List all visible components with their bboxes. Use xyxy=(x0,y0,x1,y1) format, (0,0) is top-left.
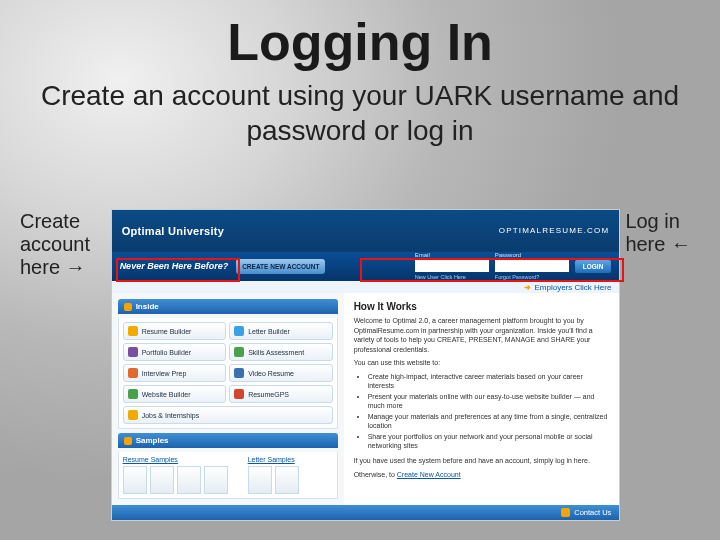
highlight-create-account xyxy=(116,258,240,282)
employers-link[interactable]: Employers Click Here xyxy=(534,283,611,292)
feature-item: Present your materials online with our e… xyxy=(368,392,610,410)
tool-resumegps[interactable]: ResumeGPS xyxy=(229,385,333,403)
list-intro: You can use this website to: xyxy=(354,358,610,367)
arrow-icon: ➜ xyxy=(524,283,531,292)
otherwise-note: Otherwise, to Create New Account xyxy=(354,470,610,479)
samples-panel: Resume Samples Letter Samples xyxy=(118,452,338,499)
existing-user-note: If you have used the system before and h… xyxy=(354,456,610,465)
left-column: Inside Resume BuilderLetter BuilderPortf… xyxy=(112,293,344,505)
tools-grid: Resume BuilderLetter BuilderPortfolio Bu… xyxy=(118,318,338,429)
tool-interview-prep[interactable]: Interview Prep xyxy=(123,364,227,382)
intro-paragraph: Welcome to Optimal 2.0, a career managem… xyxy=(354,316,610,354)
slide-title: Logging In xyxy=(0,0,720,72)
site-name: Optimal University xyxy=(122,225,225,237)
how-it-works-heading: How It Works xyxy=(354,301,610,312)
content-row: Create account here → Optimal University… xyxy=(20,210,710,520)
tool-skills-assessment[interactable]: Skills Assessment xyxy=(229,343,333,361)
letter-samples-link[interactable]: Letter Samples xyxy=(248,456,299,463)
resume-samples-link[interactable]: Resume Samples xyxy=(123,456,228,463)
highlight-login xyxy=(360,258,624,282)
tool-resume-builder[interactable]: Resume Builder xyxy=(123,322,227,340)
site-brand: OPTIMALRESUME.COM xyxy=(499,226,610,235)
tool-jobs-internships[interactable]: Jobs & Internships xyxy=(123,406,333,424)
contact-bar[interactable]: Contact Us xyxy=(112,505,620,520)
tool-letter-builder[interactable]: Letter Builder xyxy=(229,322,333,340)
tool-video-resume[interactable]: Video Resume xyxy=(229,364,333,382)
tool-website-builder[interactable]: Website Builder xyxy=(123,385,227,403)
tool-portfolio-builder[interactable]: Portfolio Builder xyxy=(123,343,227,361)
site-banner: Optimal University OPTIMALRESUME.COM xyxy=(112,210,620,252)
feature-item: Create high-impact, interactive career m… xyxy=(368,372,610,390)
right-column: How It Works Welcome to Optimal 2.0, a c… xyxy=(344,293,620,505)
create-account-button[interactable]: CREATE NEW ACCOUNT xyxy=(236,259,325,274)
slide: Logging In Create an account using your … xyxy=(0,0,720,540)
slide-subtitle: Create an account using your UARK userna… xyxy=(40,78,680,148)
create-new-account-link[interactable]: Create New Account xyxy=(397,471,461,478)
login-here-label: Log in here ← xyxy=(625,210,710,256)
feature-item: Share your portfolios on your network an… xyxy=(368,432,610,450)
screenshot: Optimal University OPTIMALRESUME.COM Nev… xyxy=(112,210,620,520)
screenshot-body: Inside Resume BuilderLetter BuilderPortf… xyxy=(112,293,620,505)
sub-bar: ➜ Employers Click Here xyxy=(112,281,620,294)
create-account-label: Create account here → xyxy=(20,210,106,279)
inside-heading: Inside xyxy=(118,299,338,314)
samples-heading: Samples xyxy=(118,433,338,448)
feature-list: Create high-impact, interactive career m… xyxy=(368,372,610,451)
feature-item: Manage your materials and preferences at… xyxy=(368,412,610,430)
